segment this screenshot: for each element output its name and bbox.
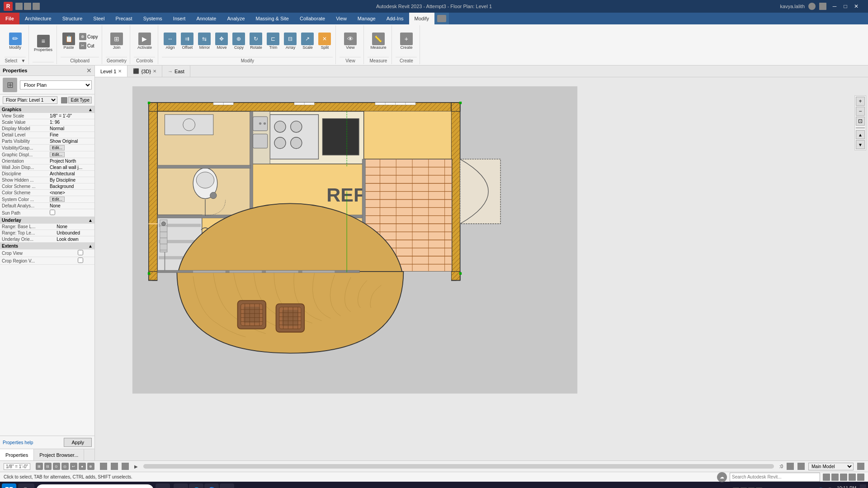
range-base-row[interactable]: Range: Base L... None [0, 224, 94, 230]
model-icon[interactable] [857, 463, 864, 470]
status-icon-4[interactable]: ◎ [61, 463, 69, 470]
scale-value-row[interactable]: Scale Value 1: 96 [0, 119, 94, 126]
tab-massing[interactable]: Massing & Site [250, 13, 294, 24]
orientation-value[interactable]: Project North [48, 158, 94, 164]
tab-file[interactable]: File [0, 13, 19, 24]
tab-project-browser[interactable]: Project Browser... [34, 449, 84, 460]
scroll-indicator[interactable] [143, 464, 774, 469]
move-button[interactable]: ✥Move [213, 32, 230, 51]
minimize-button[interactable]: ─ [830, 3, 839, 10]
status-icon-7[interactable]: ⊕ [87, 463, 94, 470]
element-type-select[interactable]: Floor Plan [20, 80, 92, 89]
properties-help-link[interactable]: Properties help [3, 440, 33, 445]
status-icon-8[interactable] [100, 463, 107, 470]
help-icon[interactable] [819, 3, 826, 10]
range-top-row[interactable]: Range: Top Le... Unbounded [0, 230, 94, 236]
canvas-viewport[interactable]: REF [95, 77, 868, 460]
discipline-value[interactable]: Architectural [48, 171, 94, 177]
close-button[interactable]: ✕ [852, 3, 861, 10]
cut-button[interactable]: ✂ Cut [78, 42, 99, 50]
display-model-value[interactable]: Normal [48, 126, 94, 132]
redo-icon[interactable] [33, 3, 40, 10]
system-color-edit-button[interactable]: Edit... [50, 197, 65, 202]
revit-taskbar-button[interactable]: R [220, 483, 234, 488]
taskbar-search-input[interactable] [36, 484, 154, 488]
navigate-up-button[interactable]: ▲ [856, 130, 865, 139]
crop-view-row[interactable]: Crop View [0, 249, 94, 257]
tab-properties-bottom[interactable]: Properties [0, 449, 34, 460]
status-icon-3[interactable]: ⊙ [53, 463, 60, 470]
cloud-icon[interactable]: ☁ [717, 472, 727, 482]
tab-manage[interactable]: Manage [352, 13, 381, 24]
apply-button[interactable]: Apply [64, 438, 92, 447]
graphics-section-header[interactable]: Graphics ▲ [0, 106, 94, 113]
tab-architecture[interactable]: Architecture [19, 13, 57, 24]
status-icon-1[interactable]: ⊞ [36, 463, 43, 470]
properties-close-button[interactable]: ✕ [86, 67, 92, 74]
zoom-out-button[interactable]: − [856, 107, 865, 116]
file-explorer-button[interactable]: 📁 [174, 483, 188, 488]
navigate-down-button[interactable]: ▼ [856, 140, 865, 149]
tab-3d[interactable]: ⬛ {3D} ✕ [127, 66, 162, 77]
status-btn-1[interactable] [823, 474, 830, 481]
detail-level-row[interactable]: Detail Level Fine [0, 132, 94, 138]
view-scale-value[interactable]: 1/8" = 1'-0" [48, 113, 94, 119]
revit-search-input[interactable] [730, 473, 820, 482]
wall-join-value[interactable]: Clean all wall j... [48, 164, 94, 171]
range-top-value[interactable]: Unbounded [55, 230, 94, 236]
copy-button[interactable]: ⊕ Copy [78, 33, 99, 41]
detail-level-value[interactable]: Fine [48, 132, 94, 138]
array-button[interactable]: ⊟Array [282, 32, 298, 51]
underlay-orient-row[interactable]: Underlay Orie... Look down [0, 236, 94, 243]
start-button[interactable] [2, 483, 16, 488]
status-icon-6[interactable]: ● [79, 463, 86, 470]
scale-value-value[interactable]: 1: 96 [48, 119, 94, 126]
default-analysis-row[interactable]: Default Analys... None [0, 203, 94, 209]
status-btn-5[interactable] [857, 474, 864, 481]
show-hidden-value[interactable]: By Discipline [48, 177, 94, 183]
units-icon[interactable] [787, 463, 794, 470]
view-ribbon-button[interactable]: 👁 View [342, 32, 359, 51]
status-icon-10[interactable] [122, 463, 129, 470]
scale-button[interactable]: ↗Scale [299, 32, 316, 51]
parts-visibility-row[interactable]: Parts Visibility Show Original [0, 138, 94, 145]
range-base-value[interactable]: None [55, 224, 94, 230]
color-scheme-row[interactable]: Color Scheme <none> [0, 190, 94, 196]
create-ribbon-button[interactable]: + Create [398, 32, 415, 51]
model-select[interactable]: Main Model [808, 463, 854, 470]
maximize-button[interactable]: □ [841, 3, 850, 10]
tab-level1[interactable]: Level 1 ✕ [95, 66, 127, 77]
graphic-disp-row[interactable]: Graphic Displ... Edit... [0, 151, 94, 158]
align-button[interactable]: ↔Align [162, 32, 178, 51]
tab-analyze[interactable]: Analyze [222, 13, 250, 24]
save-icon[interactable] [15, 3, 23, 10]
graphic-disp-edit-button[interactable]: Edit... [50, 152, 65, 157]
tab-east[interactable]: → East [162, 66, 190, 77]
measure-ribbon-button[interactable]: 📏 Measure [369, 32, 387, 51]
crop-view-checkbox[interactable] [78, 250, 83, 255]
crop-region-row[interactable]: Crop Region V... [0, 257, 94, 265]
default-analysis-value[interactable]: None [48, 203, 94, 209]
offset-button[interactable]: ⇉Offset [179, 32, 195, 51]
color-scheme-loc-value[interactable]: Background [48, 183, 94, 190]
join-button[interactable]: ⊞ Join [108, 32, 125, 51]
color-scheme-value[interactable]: <none> [48, 190, 94, 196]
orientation-row[interactable]: Orientation Project North [0, 158, 94, 164]
close-3d-tab-button[interactable]: ✕ [153, 69, 156, 74]
trim-button[interactable]: ⊏Trim [265, 32, 281, 51]
show-hidden-row[interactable]: Show Hidden ... By Discipline [0, 177, 94, 183]
tab-view[interactable]: View [330, 13, 352, 24]
fit-view-button[interactable]: ⊡ [856, 117, 865, 126]
modify-button[interactable]: ✏ Modify [7, 32, 24, 51]
parts-visibility-value[interactable]: Show Original [48, 138, 94, 145]
mirror-pk-button[interactable]: ⇆Mirror [196, 32, 212, 51]
tab-modify[interactable]: Modify [409, 13, 434, 24]
tab-precast[interactable]: Precast [110, 13, 137, 24]
status-icon-2[interactable]: ⊟ [44, 463, 52, 470]
status-btn-4[interactable] [849, 474, 856, 481]
edit-type-button[interactable]: Edit Type [68, 97, 92, 103]
tab-steel[interactable]: Steel [88, 13, 110, 24]
underlay-orient-value[interactable]: Look down [55, 236, 94, 243]
wall-join-row[interactable]: Wall Join Disp... Clean all wall j... [0, 164, 94, 171]
zoom-in-button[interactable]: + [856, 97, 865, 106]
